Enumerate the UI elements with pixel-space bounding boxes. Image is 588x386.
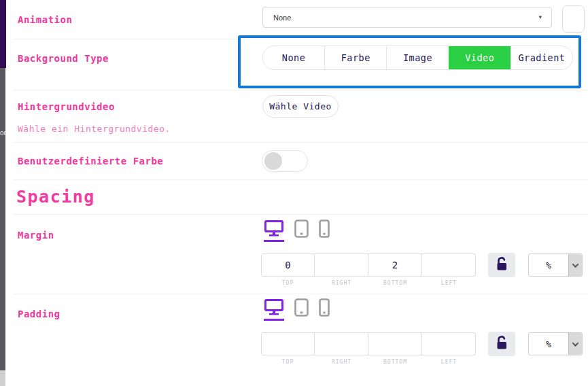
background-type-option-farbe[interactable]: Farbe: [324, 46, 386, 69]
chevron-down-icon: [568, 333, 582, 355]
tablet-icon[interactable]: [294, 298, 309, 321]
top-right-square-button[interactable]: [562, 5, 585, 33]
divider: [14, 294, 588, 294]
background-type-button-group: None Farbe Image Video Gradient: [262, 46, 573, 70]
margin-bottom-cell: BOTTOM: [368, 253, 422, 286]
margin-right-input[interactable]: [315, 253, 368, 277]
divider: [14, 90, 588, 90]
margin-bottom-input[interactable]: [368, 253, 422, 277]
padding-left-cell: LEFT: [422, 332, 476, 365]
background-type-label: Background Type: [18, 53, 109, 64]
padding-bottom-input[interactable]: [368, 332, 422, 355]
animation-label: Animation: [18, 14, 72, 25]
left-edge-purple-bar: [0, 0, 6, 68]
background-type-option-none[interactable]: None: [263, 46, 324, 69]
divider: [14, 179, 588, 180]
mobile-icon[interactable]: [319, 298, 330, 321]
margin-right-dim-label: RIGHT: [315, 280, 368, 286]
custom-color-toggle[interactable]: [262, 150, 308, 172]
padding-top-cell: TOP: [261, 332, 315, 365]
margin-left-cell: LEFT: [422, 253, 476, 286]
margin-right-cell: RIGHT: [315, 253, 368, 286]
desktop-icon[interactable]: [264, 299, 284, 321]
left-edge-strip: oc: [0, 0, 6, 386]
background-type-option-image[interactable]: Image: [386, 46, 448, 69]
spacing-heading: Spacing: [16, 187, 95, 207]
margin-unit-value: %: [529, 254, 568, 276]
background-type-option-video[interactable]: Video: [449, 46, 511, 69]
margin-inputs: TOP RIGHT BOTTOM LEFT: [261, 253, 476, 286]
padding-device-switcher: [264, 298, 330, 321]
margin-link-values-button[interactable]: [488, 253, 515, 277]
chevron-down-icon: ▾: [538, 14, 542, 20]
padding-right-dim-label: RIGHT: [315, 359, 368, 365]
mobile-icon[interactable]: [319, 220, 330, 242]
margin-left-input[interactable]: [422, 253, 476, 277]
left-edge-text-fragment: oc: [0, 129, 5, 137]
background-type-option-gradient[interactable]: Gradient: [511, 46, 572, 69]
desktop-icon[interactable]: [264, 220, 284, 242]
choose-video-button[interactable]: Wähle Video: [262, 95, 339, 118]
padding-link-values-button[interactable]: [488, 332, 515, 356]
padding-top-dim-label: TOP: [261, 359, 315, 365]
toggle-knob: [264, 152, 282, 170]
animation-select[interactable]: None ▾: [262, 7, 552, 28]
margin-unit-select[interactable]: %: [528, 253, 583, 277]
divider: [14, 142, 588, 143]
margin-device-switcher: [264, 220, 330, 242]
padding-unit-select[interactable]: %: [528, 332, 583, 355]
margin-left-dim-label: LEFT: [422, 280, 476, 286]
left-edge-gray-bar: oc: [0, 68, 5, 370]
padding-left-input[interactable]: [422, 332, 476, 355]
padding-right-input[interactable]: [315, 332, 368, 355]
unlock-icon: [494, 335, 510, 353]
margin-top-dim-label: TOP: [261, 280, 315, 286]
background-video-label: Hintergrundvideo: [18, 101, 115, 112]
padding-left-dim-label: LEFT: [422, 359, 476, 365]
padding-inputs: TOP RIGHT BOTTOM LEFT: [261, 332, 476, 365]
margin-label: Margin: [18, 230, 54, 241]
margin-top-cell: TOP: [261, 253, 315, 286]
padding-right-cell: RIGHT: [315, 332, 368, 365]
divider: [14, 214, 588, 215]
animation-select-value: None: [273, 14, 538, 22]
settings-panel: oc Animation None ▾ Background Type None…: [0, 0, 588, 386]
margin-top-input[interactable]: [261, 253, 315, 277]
tablet-icon[interactable]: [294, 220, 309, 242]
padding-bottom-cell: BOTTOM: [368, 332, 422, 365]
background-video-description: Wähle ein Hintergrundvideo.: [18, 124, 171, 134]
padding-bottom-dim-label: BOTTOM: [368, 359, 422, 365]
padding-label: Padding: [18, 309, 60, 319]
unlock-icon: [494, 256, 510, 275]
margin-bottom-dim-label: BOTTOM: [368, 280, 422, 286]
chevron-down-icon: [568, 254, 582, 276]
padding-top-input[interactable]: [261, 332, 315, 355]
left-edge-light-bar: [0, 370, 5, 386]
padding-unit-value: %: [529, 333, 568, 355]
custom-color-label: Benutzerdefinierte Farbe: [18, 156, 163, 166]
